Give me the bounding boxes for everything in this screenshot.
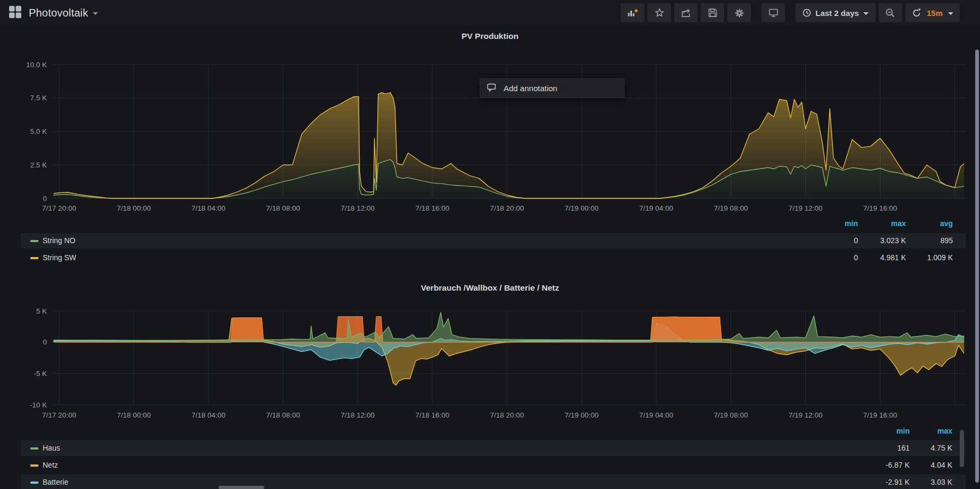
legend-value-max: 4.75 K [909,440,952,456]
svg-text:7/19 04:00: 7/19 04:00 [639,204,673,212]
svg-text:7/18 00:00: 7/18 00:00 [117,204,151,212]
dashboard-grid-icon[interactable] [9,5,22,21]
series-color-swatch[interactable] [30,240,38,242]
legend-row-string-sw: String SW04.981 K1.009 K [21,250,966,266]
horizontal-scrollbar[interactable] [218,486,264,489]
svg-text:7/18 20:00: 7/18 20:00 [490,411,524,419]
vertical-scrollbar[interactable] [975,50,979,483]
svg-text:7/18 12:00: 7/18 12:00 [341,411,375,419]
dashboard-title: Photovoltaik [29,7,88,19]
svg-text:7/18 04:00: 7/18 04:00 [191,204,225,212]
star-icon [654,8,665,18]
svg-text:7/18 16:00: 7/18 16:00 [415,411,449,419]
legend-value-min: 161 [866,440,910,456]
svg-text:7/19 12:00: 7/19 12:00 [789,411,823,419]
dashboard-title-button[interactable]: Photovoltaik [29,7,98,19]
time-range-picker[interactable]: Last 2 days [796,3,876,22]
legend-sort-max[interactable]: max [862,219,906,228]
svg-text:5.0 K: 5.0 K [30,127,47,135]
svg-text:7/19 04:00: 7/19 04:00 [639,411,673,419]
svg-text:7/18 12:00: 7/18 12:00 [341,204,375,212]
grafana-dashboard: 10.0 K7.5 K5.0 K2.5 K07/17 20:007/18 00:… [0,0,980,489]
svg-text:-10 K: -10 K [30,401,47,409]
add-panel-icon [627,8,638,18]
legend-series-label[interactable]: Haus [43,440,60,456]
svg-text:7.5 K: 7.5 K [30,94,47,102]
svg-text:7/18 00:00: 7/18 00:00 [117,411,151,419]
add-panel-button[interactable] [621,3,644,22]
legend-value-max: 4.04 K [909,458,952,473]
svg-text:7/19 16:00: 7/19 16:00 [863,411,897,419]
svg-text:7/19 00:00: 7/19 00:00 [564,411,598,419]
legend-value-min: 0 [815,233,858,248]
svg-text:7/18 04:00: 7/18 04:00 [191,411,225,419]
panel-title-pv-produktion[interactable]: PV Produktion [0,31,980,41]
svg-text:7/19 16:00: 7/19 16:00 [863,204,897,212]
chevron-down-icon [93,12,98,15]
legend-value-min: -2.91 K [866,475,910,489]
svg-text:7/18 20:00: 7/18 20:00 [490,204,524,212]
clock-icon [803,9,811,17]
add-annotation-label: Add annotation [504,84,557,93]
zoom-out-icon [885,8,895,18]
svg-text:10.0 K: 10.0 K [26,61,47,69]
monitor-icon [768,8,779,18]
refresh-control[interactable]: 15m [905,3,960,22]
chevron-down-icon [863,12,869,15]
legend-series-label[interactable]: Batterie [43,475,68,489]
svg-text:7/19 08:00: 7/19 08:00 [714,411,748,419]
svg-text:0: 0 [43,338,47,346]
svg-text:7/17 20:00: 7/17 20:00 [42,204,76,212]
panel-title-verbrauch[interactable]: Verbrauch /Wallbox / Batterie / Netz [0,283,980,293]
legend-series-label[interactable]: Netz [43,458,58,473]
share-icon [681,8,691,18]
legend-sort-min[interactable]: min [866,427,910,435]
navbar: Photovoltaik [0,0,980,26]
svg-text:7/19 08:00: 7/19 08:00 [714,204,748,212]
zoom-out-button[interactable] [879,3,902,22]
refresh-icon [912,8,921,18]
svg-text:0: 0 [43,195,47,203]
svg-text:7/19 12:00: 7/19 12:00 [789,204,823,212]
series-color-swatch[interactable] [30,447,38,450]
plot-area-pv-produktion[interactable] [52,55,966,199]
legend-value-max: 4.981 K [862,250,906,266]
add-annotation-menu-item[interactable]: Add annotation [480,78,625,98]
legend-value-min: -6.87 K [866,458,910,473]
legend-value-avg: 1.009 K [909,250,953,266]
save-button[interactable] [701,3,724,22]
series-color-swatch[interactable] [30,464,38,467]
comment-icon [487,83,497,94]
svg-text:7/18 08:00: 7/18 08:00 [266,411,300,419]
legend-scrollbar[interactable] [960,430,964,467]
legend-sort-max[interactable]: max [909,427,952,435]
share-button[interactable] [674,3,698,22]
legend-sort-min[interactable]: min [815,219,858,228]
legend-row-string-no: String NO03.023 K895 [21,233,966,248]
legend-value-min: 0 [815,250,858,266]
legend-row-netz: Netz-6.87 K4.04 K [21,458,966,473]
star-button[interactable] [647,3,671,22]
gear-icon [734,8,744,18]
legend-series-label[interactable]: String SW [43,250,76,266]
time-range-label: Last 2 days [815,9,859,18]
legend-series-label[interactable]: String NO [43,233,75,248]
legend-row-batterie: Batterie-2.91 K3.03 K [21,475,966,489]
svg-text:7/18 08:00: 7/18 08:00 [266,204,300,212]
tv-mode-button[interactable] [762,3,785,22]
legend-value-max: 3.03 K [909,475,952,489]
legend-value-max: 3.023 K [862,233,906,248]
svg-text:7/19 00:00: 7/19 00:00 [564,204,598,212]
svg-text:7/18 16:00: 7/18 16:00 [415,204,449,212]
settings-button[interactable] [727,3,751,22]
series-color-swatch[interactable] [30,257,38,259]
svg-text:2.5 K: 2.5 K [30,161,47,169]
chart-verbrauch-wallbox-batterie-netz: 5 K0-5 K-10 K7/17 20:007/18 00:007/18 04… [30,301,966,419]
legend-sort-avg[interactable]: avg [909,219,953,228]
chevron-down-icon [948,12,953,15]
save-icon [708,8,718,18]
series-color-swatch[interactable] [30,482,38,484]
plot-area-verbrauch-wallbox-batterie-netz[interactable] [52,301,966,406]
legend-value-avg: 895 [909,233,953,248]
refresh-interval-label: 15m [927,9,943,18]
